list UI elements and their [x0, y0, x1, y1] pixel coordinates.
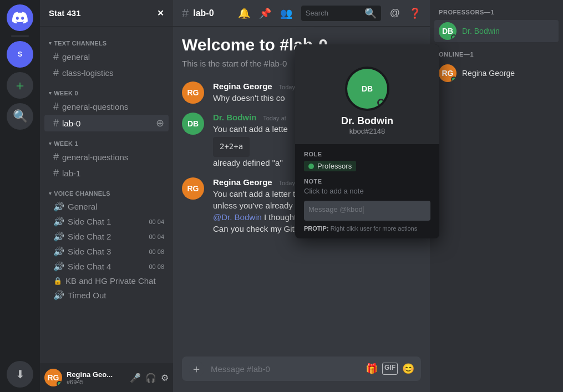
- discord-logo[interactable]: [7, 4, 33, 31]
- popup-tag: kbod#2148: [349, 127, 385, 135]
- speaker-icon: 🔊: [53, 231, 64, 242]
- text-cursor: [363, 206, 363, 214]
- speaker-icon: 🔊: [53, 290, 64, 301]
- code-block: 2+2+a: [213, 137, 250, 157]
- server-icon[interactable]: S: [7, 41, 33, 68]
- speaker-icon: 🔊: [53, 246, 64, 257]
- popup-username: Dr. Bodwin: [341, 115, 393, 127]
- pin-icon[interactable]: 📌: [259, 7, 271, 19]
- channel-week1-general-questions[interactable]: # general-questions: [44, 149, 169, 165]
- hash-icon: #: [53, 151, 59, 163]
- channel-class-logistics[interactable]: # class-logistics: [44, 65, 169, 81]
- hash-icon: #: [53, 118, 59, 129]
- popup-protip: PROTIP: Right click user for more action…: [304, 225, 430, 232]
- role-dot: [308, 164, 314, 169]
- user-popup: DB Dr. Bodwin kbod#2148 Role Professors …: [295, 44, 439, 238]
- sidebar: Stat 431 ✕ ▾ Text Channels # general # c…: [40, 0, 173, 392]
- channel-week0-general-questions[interactable]: # general-questions: [44, 99, 169, 115]
- help-icon[interactable]: ❓: [409, 7, 421, 19]
- voice-side-chat-1[interactable]: 🔊 Side Chat 1 00 04: [44, 214, 169, 229]
- hash-icon: #: [53, 167, 59, 179]
- popup-note-label: Note: [304, 178, 430, 185]
- gift-icon[interactable]: 🎁: [366, 363, 378, 375]
- voice-badge: 00 04: [149, 218, 164, 225]
- member-avatar: DB: [439, 22, 457, 40]
- channel-lab1[interactable]: # lab-1: [44, 165, 169, 181]
- server-name: Stat 431: [49, 8, 81, 18]
- voice-channels-label[interactable]: ▾ Voice Channels: [40, 181, 173, 199]
- gif-icon[interactable]: GIF: [382, 363, 398, 375]
- settings-icon[interactable]: ⚙: [161, 373, 169, 383]
- popup-note-placeholder[interactable]: Click to add a note: [304, 187, 430, 195]
- current-user-avatar: RG: [44, 369, 62, 386]
- input-icons: 🎁 GIF 😊: [366, 363, 414, 375]
- text-channels-label[interactable]: ▾ Text Channels: [40, 31, 173, 49]
- channel-hash-icon: #: [182, 6, 189, 21]
- week0-label[interactable]: ▾ Week 0: [40, 81, 173, 99]
- server-header[interactable]: Stat 431 ✕: [40, 0, 173, 27]
- speaker-icon: 🔊: [53, 201, 64, 212]
- chat-input: ＋ 🎁 GIF 😊: [182, 357, 421, 381]
- current-username: Regina Geo...: [67, 370, 116, 379]
- professors-label: Professors—1: [434, 9, 559, 16]
- lock-icon: 🔒: [53, 277, 62, 285]
- notification-bell-icon[interactable]: 🔔: [238, 7, 250, 19]
- week1-label[interactable]: ▾ Week 1: [40, 131, 173, 149]
- voice-timed-out[interactable]: 🔊 Timed Out: [44, 288, 169, 303]
- add-member-icon[interactable]: ⊕: [156, 117, 164, 129]
- chat-header: # lab-0 🔔 📌 👥 🔍 @ ❓: [173, 0, 430, 27]
- emoji-icon[interactable]: 😊: [402, 363, 414, 375]
- rail-separator: [11, 35, 29, 37]
- members-icon[interactable]: 👥: [280, 7, 292, 19]
- week1-arrow: ▾: [49, 141, 52, 146]
- member-avatar: RG: [439, 64, 457, 82]
- popup-role-label: Role: [304, 151, 430, 157]
- message-author: Dr. Bodwin: [213, 113, 256, 122]
- popup-role-badge: Professors: [304, 161, 356, 171]
- voice-general[interactable]: 🔊 General: [44, 199, 169, 214]
- popup-avatar: DB: [345, 67, 389, 111]
- add-attachment-button[interactable]: ＋: [189, 361, 204, 376]
- member-dr-bodwin[interactable]: DB Dr. Bodwin: [434, 20, 559, 42]
- message-avatar: RG: [182, 82, 204, 104]
- right-panel: Professors—1 DB Dr. Bodwin Online—1 RG R…: [430, 0, 563, 392]
- hash-icon: #: [53, 101, 59, 113]
- channel-lab0[interactable]: # lab-0 ⊕: [44, 115, 169, 131]
- server-dropdown-icon: ✕: [157, 8, 164, 18]
- message-timestamp: Today at: [263, 115, 286, 121]
- user-bar-icons: 🎤 🎧 ⚙: [130, 373, 169, 383]
- message-avatar: RG: [182, 177, 204, 200]
- voice-side-chat-4[interactable]: 🔊 Side Chat 4 00 08: [44, 259, 169, 274]
- explore-button[interactable]: 🔍: [7, 103, 33, 130]
- week0-arrow: ▾: [49, 90, 52, 96]
- hash-icon: #: [53, 67, 59, 79]
- voice-kb-hg-private[interactable]: 🔒 KB and HG Private Chat: [44, 274, 169, 288]
- voice-badge: 00 04: [149, 233, 164, 240]
- chat-input-area: ＋ 🎁 GIF 😊: [173, 357, 430, 392]
- online-label: Online—1: [434, 51, 559, 58]
- hash-icon: #: [53, 51, 59, 63]
- member-name: Regina George: [462, 69, 515, 78]
- download-button[interactable]: ⬇: [7, 361, 33, 388]
- voice-side-chat-3[interactable]: 🔊 Side Chat 3 00 08: [44, 244, 169, 259]
- search-input[interactable]: [306, 9, 361, 17]
- speaker-icon: 🔊: [53, 261, 64, 272]
- voice-channels-arrow: ▾: [49, 191, 52, 196]
- mic-icon[interactable]: 🎤: [130, 373, 141, 383]
- member-regina-george[interactable]: RG Regina George: [434, 62, 559, 84]
- message-author: Regina George: [213, 82, 272, 91]
- mention: @Dr. Bodwin: [213, 212, 262, 222]
- header-icons: 🔔 📌 👥 🔍 @ ❓: [238, 6, 421, 21]
- voice-side-chat-2[interactable]: 🔊 Side Chat 2 00 04: [44, 229, 169, 244]
- message-author: Regina George: [213, 177, 272, 187]
- search-box[interactable]: 🔍: [301, 6, 381, 21]
- headphones-icon[interactable]: 🎧: [145, 373, 156, 383]
- add-server-button[interactable]: ＋: [7, 72, 33, 99]
- popup-message-input[interactable]: Message @kbod: [304, 201, 430, 221]
- icon-rail: S ＋ 🔍 ⬇: [0, 0, 40, 392]
- chat-channel-name: # lab-0: [182, 6, 214, 21]
- member-status-online: [451, 34, 457, 40]
- channel-general[interactable]: # general: [44, 49, 169, 65]
- message-input[interactable]: [211, 364, 359, 374]
- at-icon[interactable]: @: [390, 7, 400, 19]
